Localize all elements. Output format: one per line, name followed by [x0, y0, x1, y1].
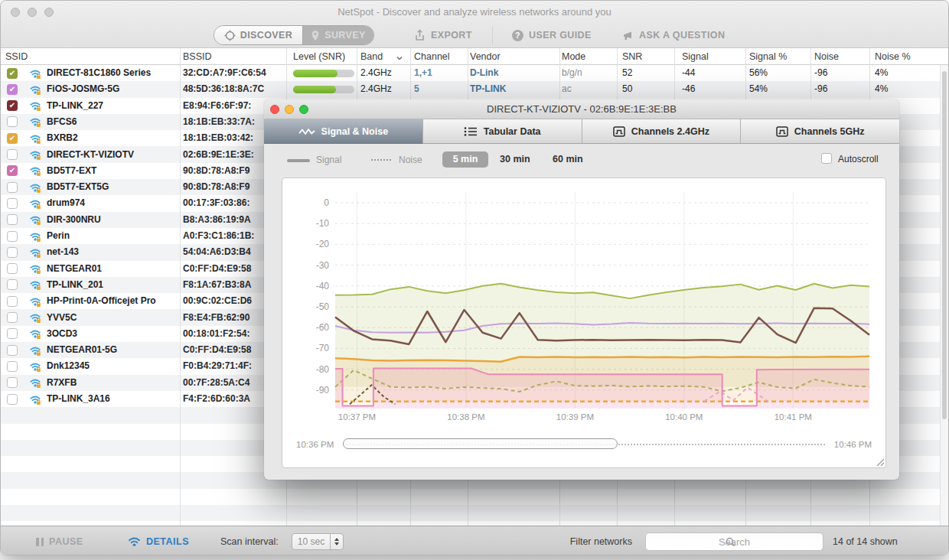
discover-crosshair-icon — [224, 30, 236, 41]
svg-text:-70: -70 — [316, 343, 330, 353]
ssid-label: DIRECT-KT-VIZIOTV — [47, 147, 134, 163]
range-5min-button[interactable]: 5 min — [442, 151, 488, 168]
modal-minimize-button[interactable] — [285, 105, 294, 114]
tab-channels-5ghz[interactable]: Channels 5GHz — [741, 119, 899, 144]
network-checkbox[interactable] — [7, 149, 18, 160]
survey-tab[interactable]: SURVEY — [303, 26, 373, 44]
resize-grip[interactable] — [875, 457, 885, 467]
channel-value: 1,+1 — [414, 65, 432, 81]
network-checkbox[interactable] — [7, 247, 18, 258]
noise-pct-value: 4% — [875, 65, 888, 81]
col-header-level[interactable]: Level (SNR) — [293, 48, 345, 65]
network-checkbox[interactable] — [7, 328, 18, 339]
network-checkbox[interactable] — [7, 116, 18, 127]
network-checkbox[interactable] — [7, 231, 18, 242]
discover-tab[interactable]: DISCOVER — [214, 26, 303, 44]
bssid-label: F4:F2:6D:60:3A — [183, 391, 250, 407]
network-checkbox[interactable]: ✔ — [7, 133, 18, 144]
network-checkbox[interactable] — [7, 182, 18, 193]
table-row[interactable]: ✔ DIRECT-81C1860 Series32:CD:A7:9F:C6:54… — [1, 65, 948, 81]
export-button[interactable]: EXPORT — [414, 25, 472, 45]
network-checkbox[interactable] — [7, 312, 18, 323]
ssid-label: BXRB2 — [47, 130, 78, 146]
noise-pct-value: 4% — [875, 81, 888, 97]
network-checkbox[interactable]: ✔ — [7, 165, 18, 176]
signal-value: -46 — [682, 81, 695, 97]
network-checkbox[interactable]: ✔ — [7, 68, 18, 79]
col-header-channel[interactable]: Channel — [414, 48, 450, 65]
col-header-ssid[interactable]: SSID — [5, 48, 28, 65]
export-label: EXPORT — [431, 30, 472, 41]
network-checkbox[interactable] — [7, 361, 18, 372]
network-checkbox[interactable] — [7, 214, 18, 225]
vertical-scrollbar[interactable] — [940, 65, 948, 526]
col-header-noise[interactable]: Noise — [814, 48, 839, 65]
search-field[interactable] — [645, 532, 823, 551]
modal-close-button[interactable] — [270, 105, 279, 114]
user-guide-button[interactable]: ? USER GUIDE — [512, 25, 592, 45]
question-circle-icon: ? — [512, 30, 523, 41]
modal-titlebar[interactable]: DIRECT-KT-VIZIOTV - 02:6B:9E:1E:3E:BB — [264, 99, 899, 119]
search-input[interactable] — [646, 533, 823, 550]
scrollbar-thumb[interactable] — [942, 71, 947, 419]
table-row[interactable]: ✔ FiOS-JOSMG-5G48:5D:36:18:8A:7C2.4GHz5T… — [1, 81, 948, 97]
network-checkbox[interactable]: ✔ — [7, 84, 18, 95]
time-scrollbar-track[interactable] — [343, 438, 825, 451]
ssid-label: Dnk12345 — [47, 358, 90, 374]
col-header-vendor[interactable]: Vendor — [470, 48, 501, 65]
network-checkbox[interactable]: ✔ — [7, 100, 18, 111]
col-header-signal[interactable]: Signal — [682, 48, 709, 65]
snr-value: 52 — [622, 65, 632, 81]
network-detail-window: DIRECT-KT-VIZIOTV - 02:6B:9E:1E:3E:BB Si… — [264, 99, 899, 480]
autoscroll-checkbox[interactable] — [821, 153, 832, 164]
svg-text:10:38 PM: 10:38 PM — [447, 412, 484, 422]
status-bar: PAUSE DETAILS Scan interval: 10 sec Filt… — [1, 526, 948, 555]
signal-legend-label: Signal — [316, 155, 341, 165]
stepper-icon[interactable] — [330, 534, 343, 549]
network-checkbox[interactable] — [7, 263, 18, 274]
mode-value: ac — [562, 81, 572, 97]
ask-question-button[interactable]: ASK A QUESTION — [622, 25, 725, 45]
range-60min-button[interactable]: 60 min — [553, 154, 583, 164]
ssid-label: net-143 — [47, 244, 79, 260]
modal-zoom-button[interactable] — [299, 105, 308, 114]
svg-text:10:37 PM: 10:37 PM — [338, 412, 376, 422]
bssid-label: F8:1A:67:B3:8A — [183, 277, 251, 293]
wifi-lock-icon — [29, 278, 41, 291]
wifi-lock-icon — [29, 181, 41, 194]
network-checkbox[interactable] — [7, 394, 18, 405]
bssid-label: C0:FF:D4:E9:58 — [183, 261, 251, 277]
pause-button[interactable]: PAUSE — [36, 526, 83, 555]
noise-legend-label: Noise — [399, 155, 422, 165]
noise-value: -96 — [814, 65, 827, 81]
tab-tabular-data[interactable]: Tabular Data — [423, 119, 582, 144]
ssid-label: HP-Print-0A-Officejet Pro — [47, 293, 156, 309]
svg-text:10:41 PM: 10:41 PM — [775, 412, 812, 422]
range-30min-button[interactable]: 30 min — [500, 154, 530, 164]
col-header-mode[interactable]: Mode — [562, 48, 585, 65]
network-checkbox[interactable] — [7, 345, 18, 356]
wifi-lock-icon — [29, 327, 41, 340]
network-checkbox[interactable] — [7, 296, 18, 307]
col-header-bssid[interactable]: BSSID — [183, 48, 212, 65]
window-title: NetSpot - Discover and analyze wireless … — [1, 6, 948, 18]
export-icon — [414, 29, 426, 41]
wifi-lock-icon — [29, 132, 41, 145]
time-scrollbar-thumb[interactable] — [343, 438, 618, 449]
details-button[interactable]: DETAILS — [128, 526, 189, 555]
tab-signal-noise[interactable]: Signal & Noise — [264, 119, 423, 144]
tab-label: Tabular Data — [484, 126, 541, 137]
chevron-down-icon — [396, 53, 403, 63]
scan-interval-select[interactable]: 10 sec — [292, 533, 344, 550]
col-header-band[interactable]: Band — [360, 48, 383, 65]
col-header-signal-pct[interactable]: Signal % — [749, 48, 787, 65]
network-checkbox[interactable] — [7, 198, 18, 209]
svg-text:-10: -10 — [316, 218, 330, 229]
tab-channels-24ghz[interactable]: Channels 2.4GHz — [582, 119, 742, 144]
col-header-noise-pct[interactable]: Noise % — [875, 48, 911, 65]
table-header: SSID BSSID Level (SNR) Band Channel Vend… — [1, 48, 948, 65]
network-checkbox[interactable] — [7, 377, 18, 388]
network-checkbox[interactable] — [7, 279, 18, 290]
list-icon — [464, 126, 478, 137]
col-header-snr[interactable]: SNR — [622, 48, 642, 65]
